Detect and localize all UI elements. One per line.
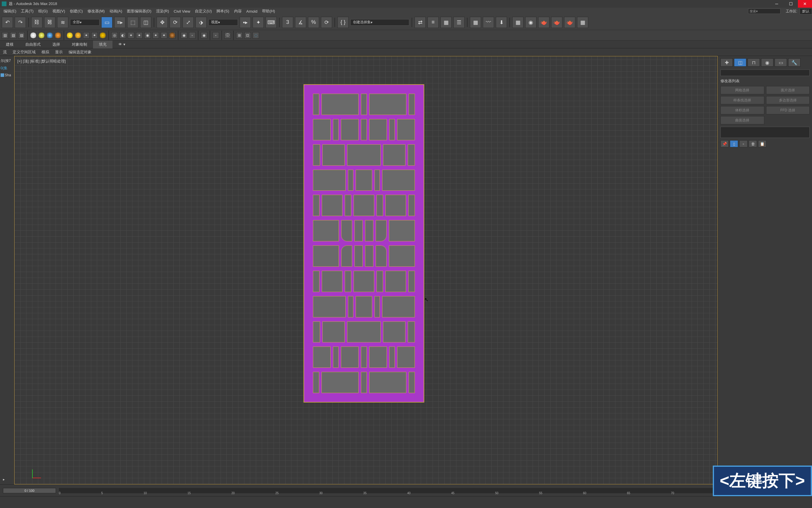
menu-animation[interactable]: 动画(A) (108, 8, 124, 14)
menu-help[interactable]: 帮助(H) (260, 8, 277, 14)
info-icon[interactable]: ⓘ (224, 32, 231, 39)
schematic-view-button[interactable]: 〰 (483, 17, 494, 28)
unlink-button[interactable]: ⛓̸ (44, 17, 55, 28)
light-ies-icon[interactable] (99, 32, 106, 39)
select-name-button[interactable]: ≡▸ (114, 17, 126, 28)
time-slider[interactable]: 0 / 100 (3, 488, 56, 493)
search-input[interactable]: 搜索 ▾ (748, 8, 780, 14)
utilities-tab[interactable]: 🔧 (788, 58, 801, 67)
selected-object[interactable] (303, 84, 424, 403)
menu-grapheditors[interactable]: 图形编辑器(D) (125, 8, 153, 14)
menu-tools[interactable]: 工具(T) (19, 8, 35, 14)
redo-button[interactable]: ↷ (15, 17, 26, 28)
layer-explorer-button[interactable]: ☰ (453, 17, 465, 28)
spline-select-button[interactable]: 样条线选择 (720, 96, 764, 104)
named-selection-button[interactable]: { } (337, 17, 348, 28)
placement-button[interactable]: ⬗ (195, 17, 207, 28)
angle-snap-button[interactable]: ∡ (295, 17, 306, 28)
select-window-button[interactable]: ◫ (140, 17, 151, 28)
material-editor-button[interactable]: ⬇ (496, 17, 507, 28)
light-spot-icon[interactable] (38, 32, 45, 39)
camera-free-icon[interactable]: ◐ (120, 32, 126, 39)
close-button[interactable]: ✕ (798, 0, 812, 8)
ribbon-sub-idlearea[interactable]: 定义空闲区域 (10, 48, 39, 56)
select-region-button[interactable]: ⬚ (127, 17, 138, 28)
layers-button[interactable]: ▦ (440, 17, 451, 28)
light-omni-icon[interactable] (30, 32, 37, 39)
scale-button[interactable]: ⤢ (183, 17, 194, 28)
move-button[interactable]: ✥ (157, 17, 168, 28)
keyboard-shortcut-button[interactable]: ⌨ (266, 17, 277, 28)
menu-rendering[interactable]: 渲染(R) (154, 8, 171, 14)
grid-snap-icon[interactable]: ⊞ (236, 32, 243, 39)
camera-physical-icon[interactable]: ✦ (128, 32, 134, 39)
ribbon-sub-edit[interactable]: 编辑选定对象 (66, 48, 95, 56)
render-frame-button[interactable]: ◉ (525, 17, 536, 28)
spinner-snap-button[interactable]: ⟳ (321, 17, 332, 28)
space-warp-icon[interactable]: ◉ (181, 32, 187, 39)
ribbon-sub-display[interactable]: 显示 (52, 48, 66, 56)
light-direct-icon[interactable] (47, 32, 53, 39)
object-name-field[interactable] (720, 70, 810, 76)
menu-group[interactable]: 组(G) (37, 8, 49, 14)
viewport[interactable]: [+] [顶] [标准] [默认明暗处理] ↖ (14, 56, 718, 484)
helper-dummy-icon[interactable]: ✦ (136, 32, 143, 39)
expand-icon[interactable]: ▸ (3, 477, 5, 481)
render-iterative-button[interactable]: 🫖 (564, 17, 575, 28)
tb2-icon-1[interactable]: ▤ (2, 32, 8, 39)
menu-create[interactable]: 创建(C) (68, 8, 85, 14)
helper-tape-icon[interactable]: ◉ (144, 32, 151, 39)
display-tab[interactable]: ▭ (775, 58, 787, 67)
helper-point-icon[interactable] (169, 32, 176, 39)
render-button[interactable]: 🫖 (538, 17, 550, 28)
light-photometric-icon[interactable]: ✦ (91, 32, 98, 39)
modify-tab[interactable]: ◫ (734, 58, 746, 67)
pin-stack-icon[interactable]: 📌 (720, 140, 729, 147)
loading-icon[interactable]: ◌ (253, 32, 259, 39)
surf-select-button[interactable]: 曲面选择 (720, 116, 764, 124)
render-prod-button[interactable]: 🫖 (551, 17, 562, 28)
link-button[interactable]: ⛓ (31, 17, 42, 28)
misc-icon-1[interactable]: ◉ (201, 32, 207, 39)
ribbon-sub-flow[interactable]: 流 (0, 48, 10, 56)
configure-sets-icon[interactable]: 📋 (758, 140, 766, 147)
poly-select-button[interactable]: 多边形选择 (766, 96, 810, 104)
light-sun-icon[interactable] (66, 32, 73, 39)
motion-tab[interactable]: ◉ (761, 58, 773, 67)
show-result-icon[interactable]: ▯ (730, 140, 738, 147)
menu-content[interactable]: 内容 (232, 8, 243, 14)
light-sky-icon[interactable] (75, 32, 81, 39)
maximize-button[interactable]: ☐ (784, 0, 798, 8)
menu-view[interactable]: 视图(V) (51, 8, 67, 14)
camera-target-icon[interactable]: ◎ (111, 32, 118, 39)
named-selection-dropdown[interactable]: 创建选择集 ▾ (350, 19, 409, 26)
light-target-icon[interactable] (55, 32, 61, 39)
manipulate-button[interactable]: ✦ (253, 17, 264, 28)
tb2-icon-2[interactable]: ▤ (10, 32, 16, 39)
snap-toggle-button[interactable]: 3 (282, 17, 293, 28)
mesh-select-button[interactable]: 网格选择 (720, 86, 764, 94)
menu-modifiers[interactable]: 修改器(M) (86, 8, 107, 14)
patch-select-button[interactable]: 面片选择 (766, 86, 810, 94)
ribbon-tab-objectpaint[interactable]: 对象绘制 (66, 41, 93, 48)
curve-editor-button[interactable]: ▦ (470, 17, 481, 28)
helper-compass-icon[interactable]: ✦ (152, 32, 159, 39)
percent-snap-button[interactable]: % (308, 17, 319, 28)
vol-select-button[interactable]: 体积选择 (720, 106, 764, 114)
render-setup-button[interactable]: ▦ (512, 17, 523, 28)
selection-filter-dropdown[interactable]: 全部 ▾ (70, 19, 99, 26)
mirror-button[interactable]: ⇄ (415, 17, 426, 28)
select-object-button[interactable]: ▭ (101, 17, 112, 28)
ribbon-tab-selection[interactable]: 选择 (47, 41, 66, 48)
helper-grid-icon[interactable]: ✦ (161, 32, 167, 39)
ribbon-tab-modeling[interactable]: 建模 (0, 41, 19, 48)
misc-icon-2[interactable]: ▫ (212, 32, 219, 39)
make-unique-icon[interactable]: ▫ (739, 140, 748, 147)
snap-settings-icon[interactable]: ⊡ (244, 32, 251, 39)
tb2-icon-3[interactable]: ▤ (18, 32, 25, 39)
undo-button[interactable]: ↶ (2, 17, 13, 28)
left-shape-item[interactable]: Sha (0, 72, 14, 78)
viewport-label[interactable]: [+] [顶] [标准] [默认明暗处理] (17, 59, 66, 64)
align-button[interactable]: ≡ (428, 17, 439, 28)
bind-button[interactable]: ≋ (57, 17, 68, 28)
